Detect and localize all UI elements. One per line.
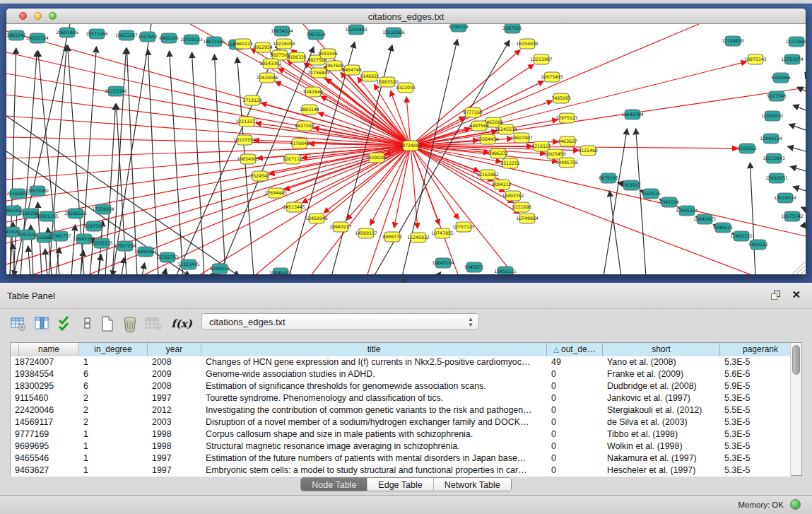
- apply-function-button[interactable]: f(x): [170, 315, 194, 333]
- graph-node-label: 15245832: [407, 235, 430, 240]
- graph-node-label: 7957224: [306, 32, 326, 37]
- window-titlebar[interactable]: citations_edges.txt: [6, 8, 806, 24]
- tab-node-table[interactable]: Node Table: [301, 478, 367, 491]
- table-row[interactable]: 1938455462009Genome-wide association stu…: [11, 368, 791, 380]
- graph-node-label: 20691406: [56, 30, 78, 35]
- table-row[interactable]: 911546021997Tourette syndrome. Phenomeno…: [11, 392, 791, 404]
- graph-node-label: 9151698: [512, 204, 531, 209]
- column-header-pagerank[interactable]: pagerank: [720, 343, 801, 356]
- graph-node-label: 10749854: [516, 216, 539, 221]
- table-cell: Estimation of the future numbers of pati…: [201, 452, 547, 465]
- float-panel-button[interactable]: [771, 291, 781, 300]
- table-cell: 2008: [148, 380, 201, 392]
- graph-edge: [604, 129, 627, 274]
- column-header-year[interactable]: year: [148, 343, 201, 356]
- delete-trash-button[interactable]: [122, 315, 140, 333]
- table-cell: 2003: [148, 416, 201, 428]
- graph-node-label: 24055724: [26, 35, 49, 40]
- table-row[interactable]: 1456911722003Disruption of a novel membe…: [11, 416, 791, 428]
- table-cell: 1: [79, 356, 148, 368]
- table-row[interactable]: 946554611997Estimation of the future num…: [11, 452, 791, 465]
- window-resize-grip[interactable]: [801, 270, 805, 274]
- table-row[interactable]: 2242004622012Investigating the contribut…: [11, 404, 791, 416]
- graph-node-label: 9345124: [659, 199, 679, 204]
- graph-node-label: 11154838: [722, 38, 744, 43]
- graph-node-label: 11172648: [785, 39, 806, 44]
- table-cell: Stergiakouli et al. (2012): [603, 404, 720, 416]
- graph-edge: [801, 207, 806, 209]
- graph-node-label: 16648784: [621, 112, 644, 117]
- function-fx-icon: f(x): [171, 317, 192, 330]
- tab-network-table[interactable]: Network Table: [433, 478, 511, 491]
- graph-edge: [122, 257, 124, 274]
- graph-node-label: 14569117: [355, 230, 377, 235]
- tab-edge-table[interactable]: Edge Table: [367, 478, 433, 491]
- graph-node-label: 9245013: [713, 225, 733, 230]
- window-resize-grip[interactable]: [796, 266, 805, 274]
- new-table-button[interactable]: [99, 315, 117, 333]
- table-cell: Genome-wide association studies in ADHD.: [201, 368, 547, 380]
- table-row[interactable]: 977716911998Corpus callosum shape and si…: [11, 428, 791, 440]
- graph-node-label: 19571186: [86, 31, 108, 36]
- column-chooser-icon: [34, 315, 52, 332]
- graph-edge: [6, 146, 411, 158]
- table-row[interactable]: 969969511998Structural magnetic resonanc…: [11, 440, 791, 452]
- table-cell: 5.3E-5: [720, 416, 791, 428]
- graph-node-label: 8512251: [500, 160, 520, 165]
- close-panel-button[interactable]: ✕: [792, 288, 801, 301]
- table-cell: 0: [547, 428, 603, 440]
- graph-edge: [237, 57, 254, 274]
- graph-node-label: 20364436: [476, 136, 499, 141]
- graph-node-label: 10747855: [431, 230, 454, 235]
- graph-node-label: 9329966: [771, 75, 791, 80]
- column-header-out_degree[interactable]: △out_de…: [547, 343, 603, 356]
- graph-node-label: 10945422: [269, 270, 292, 274]
- table-cell: Investigating the contribution of common…: [201, 404, 547, 416]
- table-vertical-scrollbar[interactable]: [790, 343, 801, 475]
- table-row[interactable]: 1830029562008Estimation of significance …: [11, 380, 791, 392]
- table-panel-header: Table Panel ✕: [0, 284, 812, 309]
- graph-edge: [437, 272, 440, 274]
- graph-node-label: 12444154: [760, 136, 782, 141]
- table-source-dropdown[interactable]: citations_edges.txt ▲▼: [201, 313, 479, 330]
- table-cell: 5.3E-5: [720, 452, 791, 465]
- graph-node-label: 12975123: [555, 115, 578, 120]
- graph-edge: [790, 166, 806, 171]
- column-header-in_degree[interactable]: in_degree: [79, 343, 148, 356]
- delete-table-button[interactable]: [144, 315, 163, 333]
- select-rows-button[interactable]: [57, 315, 75, 333]
- graph-node-label: 10973493: [541, 74, 563, 79]
- menubar-strip: [0, 0, 812, 4]
- graph-node-label: 12505135: [90, 240, 113, 245]
- application-window: citations_edges.txt 18610422405572420691…: [0, 0, 812, 514]
- column-header-short[interactable]: short: [603, 343, 720, 356]
- graph-node-label: 19915060: [26, 188, 49, 193]
- graph-node-label: 9777169: [463, 110, 483, 115]
- graph-edge: [169, 51, 183, 274]
- network-canvas[interactable]: 1861042240557242069140619571186106532871…: [6, 24, 806, 274]
- table-settings-button[interactable]: [10, 315, 28, 333]
- table-cell: 9699695: [11, 440, 79, 452]
- graph-node-label: 6466160: [159, 35, 179, 40]
- table-cell: 2009: [148, 368, 201, 380]
- column-chooser-button[interactable]: [34, 315, 52, 333]
- table-row[interactable]: 1872400712008Changes of HCN gene express…: [11, 356, 791, 368]
- column-header-gutter[interactable]: [11, 343, 19, 356]
- column-header-title[interactable]: title: [201, 343, 547, 356]
- graph-node-label: 18226058: [273, 41, 295, 46]
- graph-edge: [28, 246, 30, 274]
- table-cell: Wolkin et al. (1998): [603, 440, 720, 452]
- table-cell: 1: [79, 452, 148, 465]
- table-cell: 22420046: [11, 404, 79, 416]
- graph-node-label: 10653287: [115, 33, 138, 37]
- graph-node-label: 7485063: [551, 95, 571, 100]
- scrollbar-thumb[interactable]: [792, 345, 800, 375]
- row-height-icon: [79, 315, 98, 332]
- graph-node-label: 21756845: [307, 70, 330, 75]
- row-height-button[interactable]: [79, 315, 98, 333]
- table-cell: Structural magnetic resonance image aver…: [201, 440, 547, 452]
- column-header-name[interactable]: name: [19, 343, 79, 356]
- table-row[interactable]: 946362711997Embryonic stem cells: a mode…: [11, 465, 791, 477]
- graph-node-label: 12213987: [530, 57, 553, 62]
- node-table: namein_degreeyeartitle△out_de…shortpager…: [10, 342, 802, 476]
